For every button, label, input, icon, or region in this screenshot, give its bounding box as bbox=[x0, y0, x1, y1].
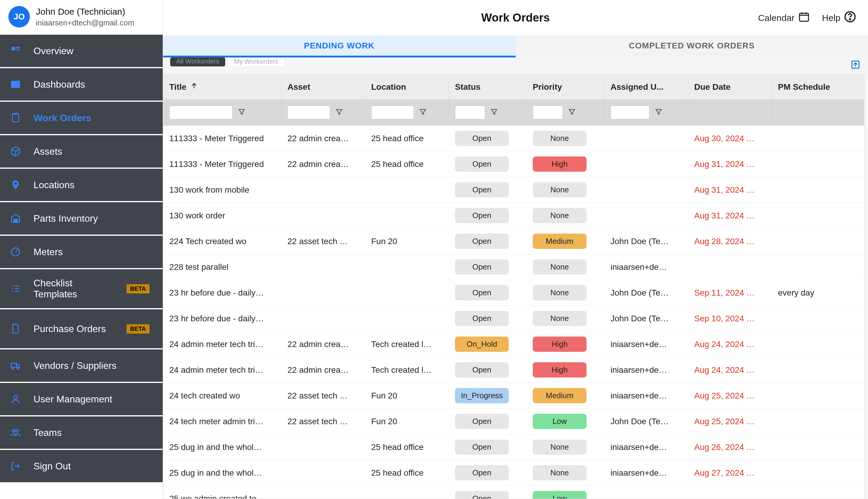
table-row[interactable]: 111333 - Meter Triggered22 admin crea…25… bbox=[163, 151, 864, 177]
cell: Fun 20 bbox=[365, 391, 449, 401]
table-row[interactable]: 24 tech created wo22 asset tech …Fun 20I… bbox=[163, 383, 864, 409]
table-row[interactable]: 23 hr before due - daily…OpenNoneJohn Do… bbox=[163, 306, 864, 331]
subtab-all[interactable]: All Workorders bbox=[170, 58, 225, 66]
col-due[interactable]: Due Date bbox=[688, 74, 772, 99]
svg-point-17 bbox=[850, 19, 850, 20]
cell: 22 admin crea… bbox=[282, 159, 365, 169]
cell: 24 admin meter tech tri… bbox=[163, 365, 282, 375]
sidebar-item-vendors[interactable]: Vendors / Suppliers bbox=[0, 350, 163, 382]
tab-pending[interactable]: PENDING WORK bbox=[163, 36, 516, 58]
sidebar-item-checklists[interactable]: Checklist Templates BETA bbox=[0, 269, 163, 308]
profile-block: JO John Doe (Technician) iniaarsen+dtech… bbox=[0, 0, 163, 35]
table-row[interactable]: 25 dug in and the whol…25 head officeOpe… bbox=[163, 434, 864, 460]
export-button[interactable] bbox=[850, 59, 861, 71]
cell: Medium bbox=[527, 234, 605, 249]
table-row[interactable]: 228 test parallelOpenNoneiniaarsen+de… bbox=[163, 254, 864, 280]
help-button[interactable]: Help bbox=[822, 11, 856, 25]
tab-completed[interactable]: COMPLETED WORK ORDERS bbox=[516, 36, 868, 58]
location-pin-icon bbox=[10, 179, 22, 191]
status-badge: Open bbox=[455, 439, 509, 455]
col-pm[interactable]: PM Schedule bbox=[772, 74, 864, 99]
table-row[interactable]: 130 work orderOpenNoneAug 31, 2024 … bbox=[163, 203, 864, 229]
priority-badge: Low bbox=[533, 491, 586, 499]
cell: Aug 31, 2024 … bbox=[688, 211, 772, 220]
table-row[interactable]: 25 dug in and the whol…25 head officeOpe… bbox=[163, 460, 864, 486]
sidebar-item-meters[interactable]: Meters bbox=[0, 236, 163, 268]
table-row[interactable]: 23 hr before due - daily…OpenNoneJohn Do… bbox=[163, 280, 864, 306]
filter-due bbox=[688, 99, 772, 126]
cell: 23 hr before due - daily… bbox=[163, 288, 282, 298]
help-icon bbox=[844, 11, 856, 25]
sidebar-item-label: Checklist Templates bbox=[34, 278, 114, 300]
cell: Aug 25, 2024 … bbox=[688, 391, 772, 401]
filter-input-asset[interactable] bbox=[287, 106, 330, 119]
col-assigned[interactable]: Assigned U... bbox=[605, 74, 688, 99]
subtab-my[interactable]: My Workorders bbox=[227, 58, 285, 67]
status-badge: In_Progress bbox=[455, 388, 509, 403]
cell: None bbox=[527, 465, 605, 480]
cell: 25 head office bbox=[365, 468, 449, 478]
col-asset[interactable]: Asset bbox=[282, 74, 365, 99]
col-title[interactable]: Title bbox=[163, 74, 282, 99]
col-priority[interactable]: Priority bbox=[527, 74, 605, 99]
col-label: Due Date bbox=[694, 82, 730, 92]
filter-icon[interactable] bbox=[490, 108, 498, 117]
table-row[interactable]: 224 Tech created wo22 asset tech …Fun 20… bbox=[163, 229, 864, 254]
profile-name: John Doe (Technician) bbox=[36, 6, 134, 17]
cell: 130 work order bbox=[163, 211, 282, 220]
priority-badge: None bbox=[533, 131, 586, 146]
filter-icon[interactable] bbox=[568, 108, 576, 117]
cell: 224 Tech created wo bbox=[163, 236, 282, 246]
filter-icon[interactable] bbox=[655, 108, 663, 117]
filter-input-title[interactable] bbox=[169, 106, 233, 119]
table-row[interactable]: 24 tech meter admin tri…22 asset tech …F… bbox=[163, 409, 864, 434]
cell: every day bbox=[772, 288, 864, 298]
cell: John Doe (Te… bbox=[605, 288, 688, 298]
table-row[interactable]: 111333 - Meter Triggered22 admin crea…25… bbox=[163, 126, 864, 151]
filter-input-assigned[interactable] bbox=[610, 106, 650, 119]
cell: High bbox=[527, 337, 605, 352]
status-badge: Open bbox=[455, 362, 509, 378]
truck-icon bbox=[10, 360, 22, 372]
filter-pm bbox=[772, 99, 864, 126]
filter-location bbox=[365, 99, 449, 126]
sidebar-item-overview[interactable]: Overview bbox=[0, 35, 163, 67]
sidebar-item-purchase-orders[interactable]: Purchase Orders BETA bbox=[0, 309, 163, 348]
sidebar-item-signout[interactable]: Sign Out bbox=[0, 450, 163, 482]
subtabs-row: All Workorders My Workorders bbox=[163, 58, 868, 71]
filter-input-location[interactable] bbox=[371, 106, 414, 119]
cell: Open bbox=[449, 259, 527, 275]
users-icon bbox=[10, 427, 22, 439]
cell: Open bbox=[449, 362, 527, 378]
table-row[interactable]: 24 admin meter tech tri…22 admin crea…Te… bbox=[163, 331, 864, 357]
sidebar-item-teams[interactable]: Teams bbox=[0, 416, 163, 449]
table-row[interactable]: 130 work from mobileOpenNoneAug 31, 2024… bbox=[163, 177, 864, 203]
priority-badge: High bbox=[533, 362, 586, 378]
document-icon bbox=[10, 323, 22, 335]
avatar[interactable]: JO bbox=[8, 6, 30, 27]
table-row[interactable]: 24 admin meter tech tri…22 admin crea…Te… bbox=[163, 357, 864, 383]
cell: Open bbox=[449, 491, 527, 499]
filter-icon[interactable] bbox=[335, 108, 343, 117]
sidebar-item-user-management[interactable]: User Management bbox=[0, 383, 163, 415]
filter-icon[interactable] bbox=[237, 108, 246, 117]
cell: 24 tech meter admin tri… bbox=[163, 417, 282, 426]
filter-icon[interactable] bbox=[419, 108, 427, 117]
sidebar-item-label: Teams bbox=[34, 427, 153, 438]
sidebar-item-locations[interactable]: Locations bbox=[0, 169, 163, 201]
filter-input-priority[interactable] bbox=[533, 106, 563, 119]
filter-input-status[interactable] bbox=[455, 106, 485, 119]
sidebar-item-assets[interactable]: Assets bbox=[0, 135, 163, 168]
table-row[interactable]: 25 wo admin created toOpenLow bbox=[163, 486, 864, 499]
col-status[interactable]: Status bbox=[449, 74, 527, 99]
cell: Sep 10, 2024 … bbox=[688, 314, 772, 324]
cell: 24 admin meter tech tri… bbox=[163, 340, 282, 349]
sidebar-item-parts[interactable]: Parts Inventory bbox=[0, 202, 163, 234]
sidebar-item-work-orders[interactable]: Work Orders bbox=[0, 102, 163, 134]
calendar-button[interactable]: Calendar bbox=[758, 11, 810, 25]
calendar-label: Calendar bbox=[758, 13, 795, 23]
status-badge: Open bbox=[455, 182, 509, 197]
cell: John Doe (Te… bbox=[605, 236, 688, 246]
col-location[interactable]: Location bbox=[365, 74, 449, 99]
sidebar-item-dashboards[interactable]: Dashboards bbox=[0, 68, 163, 100]
